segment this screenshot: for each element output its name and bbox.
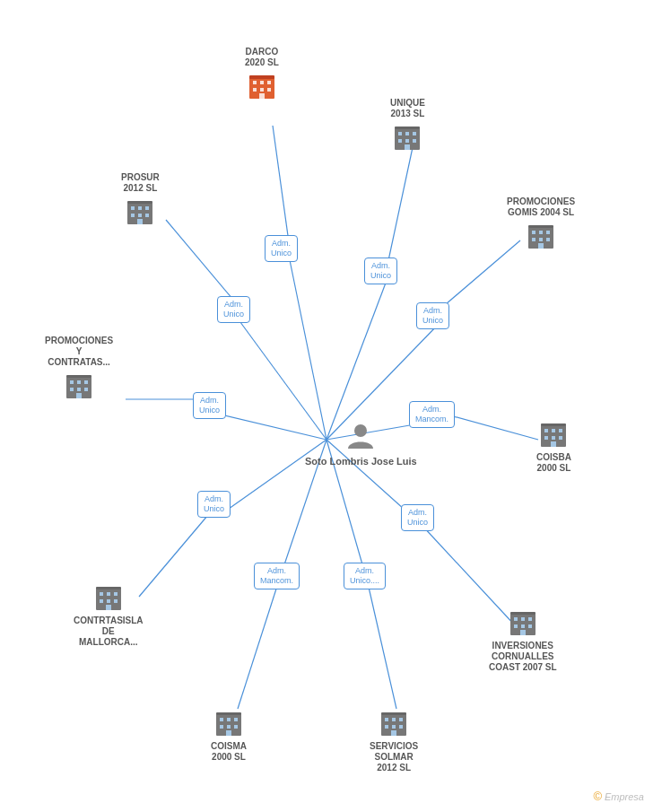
building-icon-prosur (126, 197, 154, 226)
svg-rect-99 (234, 725, 238, 729)
building-icon-contratas (65, 371, 93, 400)
svg-rect-90 (528, 624, 532, 628)
svg-rect-33 (413, 132, 416, 135)
company-label-promociones-gomis: PROMOCIONESGOMIS 2004 SL (507, 196, 575, 218)
company-coisma: COISMA2000 SL (211, 709, 247, 763)
center-node: Soto Lombris Jose Luis (305, 420, 417, 467)
company-label-contratas: PROMOCIONESYCONTRATAS... (45, 336, 113, 368)
company-inversiones: INVERSIONESCORNUALLESCOAST 2007 SL (489, 608, 557, 673)
svg-rect-76 (100, 592, 103, 596)
role-badge-5: Adm.Unico (193, 392, 226, 419)
svg-rect-95 (227, 718, 231, 721)
svg-line-0 (289, 256, 326, 440)
svg-line-1 (273, 126, 289, 242)
svg-rect-23 (260, 81, 264, 84)
role-badge-9: Adm.Mancom. (254, 563, 300, 589)
svg-rect-83 (96, 587, 121, 589)
svg-rect-100 (226, 730, 231, 736)
svg-rect-81 (114, 599, 118, 603)
svg-rect-51 (145, 206, 149, 210)
role-badge-6: Adm.Mancom. (409, 401, 455, 428)
svg-line-11 (447, 415, 538, 440)
svg-rect-53 (138, 214, 142, 217)
svg-rect-36 (413, 139, 416, 143)
svg-rect-45 (546, 238, 550, 241)
svg-rect-96 (234, 718, 238, 721)
building-icon-darco (248, 72, 276, 100)
svg-rect-41 (539, 231, 543, 234)
svg-rect-106 (385, 725, 388, 729)
svg-rect-50 (138, 206, 142, 210)
company-label-inversiones: INVERSIONESCORNUALLESCOAST 2007 SL (489, 641, 557, 673)
svg-rect-35 (405, 139, 409, 143)
svg-rect-70 (544, 436, 548, 440)
svg-line-2 (326, 278, 387, 440)
svg-rect-52 (131, 214, 135, 217)
building-icon-coisma (214, 709, 243, 738)
svg-rect-79 (100, 599, 103, 603)
svg-rect-68 (552, 429, 555, 432)
svg-rect-94 (220, 718, 223, 721)
svg-rect-103 (385, 718, 388, 721)
svg-rect-47 (528, 225, 553, 228)
watermark-text: Empresa (605, 791, 644, 802)
building-icon-gomis (527, 222, 555, 250)
svg-rect-98 (227, 725, 231, 729)
svg-rect-78 (114, 592, 118, 596)
svg-rect-22 (253, 81, 257, 84)
svg-rect-62 (77, 388, 81, 391)
svg-rect-104 (392, 718, 396, 721)
svg-line-3 (387, 139, 414, 265)
svg-point-20 (354, 424, 367, 437)
role-badge-7: Adm.Unico (197, 491, 231, 518)
company-coisba: COISBA2000 SL (536, 420, 571, 474)
svg-rect-28 (259, 93, 265, 99)
person-icon (344, 420, 377, 452)
svg-rect-110 (381, 712, 406, 715)
svg-line-5 (166, 220, 238, 305)
svg-rect-82 (106, 605, 111, 610)
role-badge-2: Adm.Unico (364, 258, 397, 284)
svg-rect-109 (391, 730, 396, 736)
company-prosur: PROSUR2012 SL (121, 169, 160, 226)
svg-rect-49 (131, 206, 135, 210)
svg-rect-60 (84, 380, 88, 384)
role-badge-3: Adm.Unico (217, 296, 250, 323)
svg-rect-40 (532, 231, 535, 234)
watermark-copyright: © (593, 790, 602, 803)
graph-container: Soto Lombris Jose Luis DARCO2020 SL UNIQ… (0, 0, 653, 812)
svg-rect-26 (260, 88, 264, 92)
role-badge-8: Adm.Unico (401, 504, 434, 531)
svg-rect-55 (137, 219, 143, 224)
company-label-coisma: COISMA2000 SL (211, 741, 247, 763)
company-label-unique: UNIQUE2013 SL (390, 98, 425, 119)
watermark: © Empresa (593, 790, 644, 803)
svg-rect-63 (84, 388, 88, 391)
svg-rect-64 (76, 393, 82, 398)
svg-line-17 (238, 583, 278, 709)
company-label-coisba: COISBA2000 SL (536, 452, 571, 474)
svg-rect-56 (127, 201, 152, 204)
svg-rect-85 (514, 617, 518, 621)
company-darco: DARCO2020 SL (245, 43, 279, 100)
svg-rect-77 (107, 592, 110, 596)
company-label-prosur: PROSUR2012 SL (121, 172, 160, 194)
svg-rect-34 (398, 139, 402, 143)
svg-rect-101 (216, 712, 241, 715)
building-icon-unique (393, 123, 422, 152)
svg-rect-65 (66, 375, 91, 378)
svg-rect-89 (521, 624, 525, 628)
svg-rect-38 (395, 127, 420, 129)
svg-rect-71 (552, 436, 555, 440)
connection-lines (0, 0, 653, 812)
svg-rect-58 (70, 380, 74, 384)
svg-rect-107 (392, 725, 396, 729)
svg-rect-54 (145, 214, 149, 217)
company-unique: UNIQUE2013 SL (390, 94, 425, 152)
svg-rect-73 (551, 441, 556, 447)
svg-rect-46 (538, 243, 544, 249)
building-icon-coisba (539, 420, 568, 449)
company-label-contrtasisla: CONTRTASISLADEMALLORCA... (74, 616, 144, 648)
svg-rect-27 (267, 88, 271, 92)
svg-rect-37 (405, 144, 410, 150)
